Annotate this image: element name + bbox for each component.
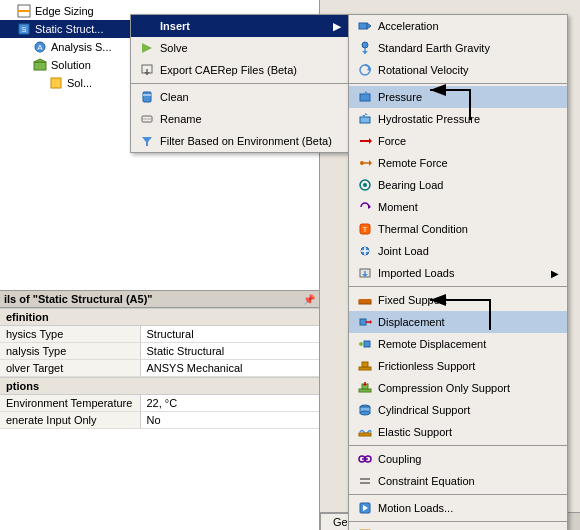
pressure-icon [357,89,373,105]
sol-label: Sol... [67,77,92,89]
sub-menu-commands[interactable]: Commands [349,524,567,530]
sub-menu-force[interactable]: Force [349,130,567,152]
hydrostatic-icon [357,111,373,127]
insert-icon [139,18,155,34]
context-insert-label: Insert [160,20,190,32]
sub-menu-rotational-velocity[interactable]: Rotational Velocity [349,59,567,81]
sub-acceleration-label: Acceleration [378,20,439,32]
sub-menu-moment[interactable]: Moment [349,196,567,218]
static-struct-label: Static Struct... [35,23,103,35]
moment-icon [357,199,373,215]
sub-hydrostatic-label: Hydrostatic Pressure [378,113,480,125]
sub-remote-displacement-label: Remote Displacement [378,338,486,350]
svg-rect-18 [359,23,367,29]
elastic-icon [357,424,373,440]
prop-label-gen-input: enerate Input Only [0,412,140,429]
rename-icon [139,111,155,127]
export-icon [139,62,155,78]
sub-menu-remote-force[interactable]: Remote Force [349,152,567,174]
svg-point-64 [360,411,370,415]
sub-bearing-load-label: Bearing Load [378,179,443,191]
sub-menu-constraint-eq[interactable]: Constraint Equation [349,470,567,492]
sub-moment-label: Moment [378,201,418,213]
svg-rect-55 [364,341,370,347]
section-options: ptions [0,377,319,395]
gravity-icon [357,40,373,56]
prop-label-analysis: nalysis Type [0,343,140,360]
motion-loads-icon [357,500,373,516]
sub-imported-loads-label: Imported Loads [378,267,454,279]
sub-menu-acceleration[interactable]: Acceleration [349,15,567,37]
svg-marker-9 [142,43,152,53]
sub-compression-label: Compression Only Support [378,382,510,394]
prop-row-gen-input: enerate Input Only No [0,412,319,429]
edge-sizing-label: Edge Sizing [35,5,94,17]
sub-menu-compression-only[interactable]: Compression Only Support [349,377,567,399]
sub-menu-imported-loads[interactable]: Imported Loads ▶ [349,262,567,284]
sub-menu-elastic[interactable]: Elastic Support [349,421,567,443]
sub-menu-thermal-condition[interactable]: T Thermal Condition [349,218,567,240]
svg-rect-13 [143,92,151,102]
sub-menu-displacement[interactable]: Displacement [349,311,567,333]
sub-sep-4 [349,494,567,495]
prop-label-physics: hysics Type [0,326,140,343]
sub-sep-2 [349,286,567,287]
sub-menu-hydrostatic[interactable]: Hydrostatic Pressure [349,108,567,130]
sub-menu-cylindrical[interactable]: Cylindrical Support [349,399,567,421]
prop-row-analysis: nalysis Type Static Structural [0,343,319,360]
sub-rotational-velocity-label: Rotational Velocity [378,64,469,76]
prop-label-env-temp: Environment Temperature [0,395,140,412]
insert-arrow-icon: ▶ [333,21,341,32]
sub-displacement-label: Displacement [378,316,445,328]
context-menu: Insert ▶ Solve Export CAERep Files (Beta… [130,14,350,153]
clean-icon [139,89,155,105]
sub-remote-force-label: Remote Force [378,157,448,169]
context-menu-clean[interactable]: Clean [131,86,349,108]
context-menu-rename[interactable]: Rename [131,108,349,130]
svg-text:A: A [37,43,43,52]
filter-icon [139,133,155,149]
svg-marker-30 [369,138,372,144]
properties-title: ils of "Static Structural (A5)" 📌 [0,291,319,308]
svg-rect-65 [359,433,371,436]
static-struct-icon: S [16,21,32,37]
svg-rect-57 [362,362,368,367]
sub-menu: Acceleration Standard Earth Gravity Rota… [348,14,568,530]
definition-table: hysics Type Structural nalysis Type Stat… [0,326,319,377]
sub-menu-gravity[interactable]: Standard Earth Gravity [349,37,567,59]
sub-menu-fixed-support[interactable]: Fixed Support [349,289,567,311]
prop-row-physics: hysics Type Structural [0,326,319,343]
sub-motion-loads-label: Motion Loads... [378,502,453,514]
sub-frictionless-label: Frictionless Support [378,360,475,372]
svg-text:T: T [363,225,368,234]
sub-menu-motion-loads[interactable]: Motion Loads... [349,497,567,519]
fixed-support-icon [357,292,373,308]
context-solve-label: Solve [160,42,188,54]
sub-fixed-support-label: Fixed Support [378,294,446,306]
sub-sep-5 [349,521,567,522]
acceleration-icon [357,18,373,34]
context-menu-export[interactable]: Export CAERep Files (Beta) [131,59,349,81]
sub-menu-frictionless[interactable]: Frictionless Support [349,355,567,377]
sub-menu-remote-displacement[interactable]: Remote Displacement [349,333,567,355]
sub-joint-load-label: Joint Load [378,245,429,257]
context-separator-1 [131,83,349,84]
context-menu-insert[interactable]: Insert ▶ [131,15,349,37]
sub-menu-joint-load[interactable]: Joint Load [349,240,567,262]
sub-menu-pressure[interactable]: Pressure [349,86,567,108]
properties-title-text: ils of "Static Structural (A5)" [4,293,153,305]
sub-sep-3 [349,445,567,446]
sub-menu-bearing-load[interactable]: Bearing Load [349,174,567,196]
svg-rect-25 [360,94,370,101]
sub-menu-coupling[interactable]: Coupling [349,448,567,470]
context-menu-filter[interactable]: Filter Based on Environment (Beta) [131,130,349,152]
context-menu-solve[interactable]: Solve [131,37,349,59]
context-export-label: Export CAERep Files (Beta) [160,64,297,76]
remote-displacement-icon [357,336,373,352]
context-filter-label: Filter Based on Environment (Beta) [160,135,332,147]
sub-force-label: Force [378,135,406,147]
properties-panel: ils of "Static Structural (A5)" 📌 efinit… [0,290,320,530]
section-definition: efinition [0,308,319,326]
sub-gravity-label: Standard Earth Gravity [378,42,490,54]
compression-only-icon [357,380,373,396]
